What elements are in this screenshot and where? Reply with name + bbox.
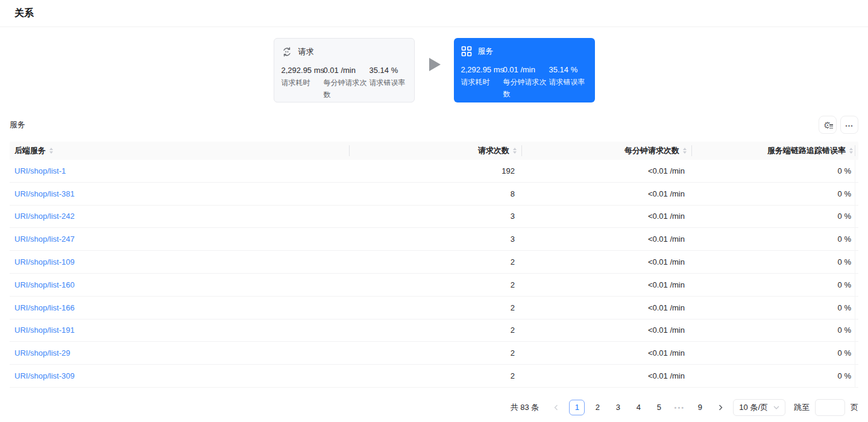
column-header-request-count[interactable]: 请求次数 (350, 142, 522, 160)
sort-icon (683, 148, 687, 154)
metric-label: 请求耗时 (281, 77, 322, 89)
request-count-cell: 2 (350, 348, 522, 357)
column-label: 请求次数 (478, 145, 509, 156)
section-title: 服务 (10, 119, 25, 130)
request-count-cell: 2 (350, 257, 522, 266)
page-button-5[interactable]: 5 (651, 400, 667, 415)
requests-per-min-cell: <0.01 /min (522, 235, 692, 244)
page-button-active[interactable]: 1 (569, 400, 585, 415)
sync-icon (281, 46, 292, 57)
next-page-button[interactable] (712, 400, 728, 415)
page-ellipsis[interactable]: ••• (671, 400, 687, 415)
requests-per-min-cell: <0.01 /min (522, 326, 692, 335)
backend-service-link[interactable]: URI/shop/list-109 (14, 257, 75, 266)
service-node-card[interactable]: 服务 2,292.95 ms 请求耗时 0.01 /min 每分钟请求次数 35… (454, 38, 595, 102)
error-rate-cell: 0 % (692, 166, 858, 175)
backend-service-link[interactable]: URI/shop/list-242 (14, 212, 75, 221)
more-actions-button[interactable]: … (840, 116, 858, 134)
backend-service-link[interactable]: URI/shop/list-160 (14, 280, 75, 289)
column-header-requests-per-min[interactable]: 每分钟请求次数 (522, 142, 692, 160)
more-icon: … (845, 119, 854, 128)
sort-icon (49, 148, 53, 154)
relation-diagram: 请求 2,292.95 ms 请求耗时 0.01 /min 每分钟请求次数 35… (0, 27, 868, 102)
backend-service-link[interactable]: URI/shop/list-166 (14, 303, 75, 312)
backend-service-link[interactable]: URI/shop/list-29 (14, 348, 70, 357)
column-header-trace-error-rate[interactable]: 服务端链路追踪错误率 (692, 142, 858, 160)
page-button-2[interactable]: 2 (590, 400, 605, 415)
page-suffix-label: 页 (851, 402, 858, 413)
table-row: URI/shop/list-109 2 <0.01 /min 0 % (10, 251, 858, 274)
column-label: 服务端链路追踪错误率 (767, 145, 846, 156)
error-rate-cell: 0 % (692, 212, 858, 221)
sort-icon (513, 148, 517, 154)
metric-label: 请求耗时 (461, 76, 502, 88)
request-count-cell: 8 (350, 189, 522, 198)
backend-service-link[interactable]: URI/shop/list-247 (14, 235, 75, 244)
table-row: URI/shop/list-29 2 <0.01 /min 0 % (10, 342, 858, 365)
prev-page-button[interactable] (549, 400, 564, 415)
table-row: URI/shop/list-247 3 <0.01 /min 0 % (10, 228, 858, 251)
column-header-backend-service[interactable]: 后端服务 (10, 142, 350, 160)
metric-value: 35.14 % (370, 66, 407, 75)
pagination: 共 83 条 12345•••9 10 条/页 跳至 页 (0, 399, 868, 416)
chevron-down-icon (773, 406, 779, 409)
page-button-3[interactable]: 3 (610, 400, 626, 415)
request-count-cell: 3 (350, 235, 522, 244)
table-row: URI/shop/list-1 192 <0.01 /min 0 % (10, 160, 858, 183)
flow-arrow-icon (429, 58, 441, 71)
sort-icon (849, 148, 853, 154)
backend-service-link[interactable]: URI/shop/list-309 (14, 371, 75, 380)
page-list: 12345•••9 (569, 400, 708, 415)
jump-to-label: 跳至 (794, 402, 810, 413)
table-body: URI/shop/list-1 192 <0.01 /min 0 % URI/s… (10, 160, 858, 388)
error-rate-cell: 0 % (692, 371, 858, 380)
error-rate-cell: 0 % (692, 257, 858, 266)
request-count-cell: 2 (350, 303, 522, 312)
metric-label: 每分钟请求次数 (324, 77, 368, 101)
requests-per-min-cell: <0.01 /min (522, 257, 692, 266)
grid-icon (461, 46, 472, 57)
request-card-metrics: 2,292.95 ms 请求耗时 0.01 /min 每分钟请求次数 35.14… (281, 66, 407, 101)
table-settings-button[interactable]: ⚙ (819, 116, 837, 134)
metric-label: 请求错误率 (549, 76, 587, 88)
table-row: URI/shop/list-166 2 <0.01 /min 0 % (10, 297, 858, 320)
service-card-title: 服务 (478, 46, 494, 57)
column-label: 每分钟请求次数 (624, 145, 679, 156)
chevron-left-icon (553, 405, 559, 411)
settings-lines-icon (829, 124, 833, 129)
requests-per-min-cell: <0.01 /min (522, 280, 692, 289)
requests-per-min-cell: <0.01 /min (522, 303, 692, 312)
column-label: 后端服务 (14, 145, 46, 156)
backend-service-link[interactable]: URI/shop/list-191 (14, 326, 75, 335)
requests-per-min-cell: <0.01 /min (522, 166, 692, 175)
request-count-cell: 2 (350, 280, 522, 289)
backend-service-link[interactable]: URI/shop/list-1 (14, 166, 66, 175)
page-button-9[interactable]: 9 (692, 400, 708, 415)
table-row: URI/shop/list-160 2 <0.01 /min 0 % (10, 274, 858, 297)
jump-page-input[interactable] (815, 399, 845, 416)
request-count-cell: 2 (350, 371, 522, 380)
request-count-cell: 3 (350, 212, 522, 221)
error-rate-cell: 0 % (692, 303, 858, 312)
requests-per-min-cell: <0.01 /min (522, 371, 692, 380)
service-card-metrics: 2,292.95 ms 请求耗时 0.01 /min 每分钟请求次数 35.14… (461, 65, 588, 100)
requests-per-min-cell: <0.01 /min (522, 189, 692, 198)
table-row: URI/shop/list-309 2 <0.01 /min 0 % (10, 365, 858, 388)
table-row: URI/shop/list-191 2 <0.01 /min 0 % (10, 320, 858, 342)
service-section-header: 服务 ⚙ … (0, 116, 868, 134)
metric-label: 每分钟请求次数 (503, 76, 548, 100)
metric-value: 2,292.95 ms (281, 66, 322, 75)
page-button-4[interactable]: 4 (631, 400, 646, 415)
error-rate-cell: 0 % (692, 348, 858, 357)
error-rate-cell: 0 % (692, 326, 858, 335)
pagination-total: 共 83 条 (511, 402, 539, 413)
request-node-card[interactable]: 请求 2,292.95 ms 请求耗时 0.01 /min 每分钟请求次数 35… (274, 38, 415, 102)
metric-value: 0.01 /min (324, 66, 368, 75)
metric-label: 请求错误率 (370, 77, 407, 89)
metric-value: 0.01 /min (503, 65, 548, 74)
metric-value: 35.14 % (549, 65, 587, 74)
error-rate-cell: 0 % (692, 235, 858, 244)
table-row: URI/shop/list-242 3 <0.01 /min 0 % (10, 206, 858, 228)
backend-service-link[interactable]: URI/shop/list-381 (14, 189, 75, 198)
page-size-select[interactable]: 10 条/页 (733, 399, 785, 416)
